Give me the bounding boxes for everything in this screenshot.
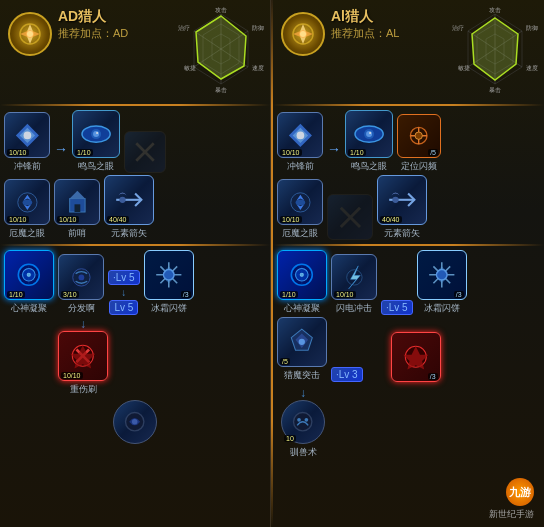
skill-row-bot1-al: 1/10 心神凝聚 10/10 闪电冲击 ·Lv 5 <box>273 250 544 315</box>
skill-name-dist-ad: 分发啊 <box>58 302 104 315</box>
svg-point-57 <box>366 131 372 137</box>
skill-name-ice-ad: 冰霜闪饼 <box>144 302 194 315</box>
skill-lv-dist-ad: 3/10 <box>61 291 79 298</box>
skill-focus-al[interactable]: 1/10 <box>277 250 327 300</box>
skill-cell-elem-ad: 40/40 元素箭矢 <box>104 175 154 240</box>
skill-circle-ad[interactable] <box>113 400 157 444</box>
svg-point-64 <box>295 199 305 205</box>
skill-cell-charge-al: 10/10 冲锋前 <box>277 112 323 173</box>
skill-lv-outpost-ad: 10/10 <box>57 216 79 223</box>
skill-name-demon-al: 厄魔之眼 <box>277 227 323 240</box>
divider-1-al <box>273 104 544 106</box>
svg-text:暴击: 暴击 <box>215 87 227 93</box>
skill-lv-eye-al: 1/10 <box>348 149 366 156</box>
arrow-2: → <box>327 141 341 157</box>
skill-cell-thunder-al: 10/10 闪电冲击 <box>331 254 377 315</box>
panel-header-ad: AD猎人 推荐加点：AD 攻击 防御 <box>0 0 270 100</box>
svg-point-25 <box>22 199 32 205</box>
skill-demon-eye-ad[interactable]: 10/10 <box>4 179 50 225</box>
skill-disabled-al <box>327 194 373 240</box>
skill-wound-ad[interactable]: 10/10 <box>58 331 108 381</box>
arrow-down-1: ↓ <box>121 287 126 298</box>
skill-lv-ice-al: /3 <box>454 291 464 298</box>
skill-name-outpost-ad: 前哨 <box>54 227 100 240</box>
skill-demon-eye-al[interactable]: 10/10 <box>277 179 323 225</box>
skill-cell-demon-ad: 10/10 厄魔之眼 <box>4 179 50 240</box>
skill-cell-focus-al: 1/10 心神凝聚 <box>277 250 327 315</box>
skill-cell-2: 1/10 鸣鸟之眼 <box>72 110 120 173</box>
svg-point-60 <box>415 132 422 139</box>
skill-lv-wound-ad: 10/10 <box>61 372 83 379</box>
skill-name-eye-al: 鸣鸟之眼 <box>345 160 393 173</box>
svg-point-38 <box>132 419 138 425</box>
skill-row-bot3-al: ↓ 10 驯兽术 <box>273 386 544 459</box>
skill-cell-elem-al: 40/40 元素箭矢 <box>377 175 427 240</box>
skill-dist-ad[interactable]: 3/10 <box>58 254 104 300</box>
skill-lv-red-al: /3 <box>428 373 438 380</box>
svg-text:防御: 防御 <box>526 25 538 31</box>
skill-name-focus-ad: 心神凝聚 <box>4 302 54 315</box>
skill-name-hunt-al: 猎魔突击 <box>277 369 327 382</box>
skill-focus-ad[interactable]: 1/10 <box>4 250 54 300</box>
skill-elem-arrow-al[interactable]: 40/40 <box>377 175 427 225</box>
logo-area: 九游 新世纪手游 <box>489 478 534 521</box>
skill-name-focus-al: 心神凝聚 <box>277 302 327 315</box>
skill-charge-ad[interactable]: 10/10 <box>4 112 50 158</box>
svg-text:速度: 速度 <box>252 64 264 71</box>
radar-al: 攻击 防御 速度 暴击 敏捷 治疗 <box>450 4 540 94</box>
skill-name-elem-al: 元素箭矢 <box>377 227 427 240</box>
skill-disabled-1-ad <box>124 131 166 173</box>
skill-thunder-al[interactable]: 10/10 <box>331 254 377 300</box>
skill-row-mid-ad: 10/10 厄魔之眼 10/10 前哨 <box>0 175 270 240</box>
skill-lv-beast-al: 10 <box>284 435 296 442</box>
skill-eye-al[interactable]: 1/10 <box>345 110 393 158</box>
skill-lv-charge-ad: 10/10 <box>7 149 29 156</box>
skill-cell-wound-ad: ↓ 10/10 重伤刷 <box>58 317 108 396</box>
svg-point-67 <box>393 197 399 203</box>
svg-text:速度: 速度 <box>526 64 538 71</box>
skill-charge-al[interactable]: 10/10 <box>277 112 323 158</box>
skill-name-wound-ad: 重伤刷 <box>58 383 108 396</box>
svg-point-76 <box>297 418 301 422</box>
skill-row-bot2-al: /5 猎魔突击 ·Lv 3 /3 <box>273 317 544 382</box>
arrow-down-2: ↓ <box>80 317 86 331</box>
svg-point-77 <box>305 418 309 422</box>
skill-elem-arrow-ad[interactable]: 40/40 <box>104 175 154 225</box>
skill-outpost-ad[interactable]: 10/10 <box>54 179 100 225</box>
skill-row-bot2-ad: ↓ 10/10 重伤刷 <box>0 317 270 396</box>
skill-ice-ad[interactable]: /3 <box>144 250 194 300</box>
skill-name-charge-ad: 冲锋前 <box>4 160 50 173</box>
skill-cell-eye-al: 1/10 鸣鸟之眼 <box>345 110 393 173</box>
skill-eye-ad[interactable]: 1/10 <box>72 110 120 158</box>
skill-hunt-al[interactable]: /5 <box>277 317 327 367</box>
svg-point-1 <box>27 31 33 37</box>
svg-text:敏捷: 敏捷 <box>458 65 470 71</box>
class-icon-ad <box>8 12 52 56</box>
svg-point-54 <box>296 131 304 139</box>
skill-name-ice-al: 冰霜闪饼 <box>417 302 467 315</box>
class-icon-al <box>281 12 325 56</box>
panel-al: Al猎人 推荐加点：AL 攻击 防御 速度 暴击 <box>273 0 544 527</box>
panel-header-al: Al猎人 推荐加点：AL 攻击 防御 速度 暴击 <box>273 0 544 100</box>
skill-cell-focus-ad: 1/10 心神凝聚 <box>4 250 54 315</box>
skill-row-top-al: 10/10 冲锋前 → 1/10 鸣鸟之眼 <box>273 110 544 173</box>
skill-locate-al[interactable]: /5 <box>397 114 441 158</box>
arrow-down-beast: ↓ <box>300 386 306 400</box>
skill-lv-focus-ad: 1/10 <box>7 291 25 298</box>
watermark-text: 新世纪手游 <box>489 508 534 521</box>
skill-lv-ice-ad: /3 <box>181 291 191 298</box>
skill-name-thunder-al: 闪电冲击 <box>331 302 377 315</box>
svg-text:治疗: 治疗 <box>178 25 190 31</box>
svg-point-40 <box>300 31 306 37</box>
divider-2-al <box>273 244 544 246</box>
svg-text:暴击: 暴击 <box>489 87 501 93</box>
skill-red-al[interactable]: /3 <box>391 332 441 382</box>
divider-2-ad <box>0 244 270 246</box>
svg-point-34 <box>78 274 84 280</box>
skill-row-top-ad: 10/10 冲锋前 → 1/10 鸣鸟之眼 <box>0 110 270 173</box>
skill-beast-al[interactable]: 10 <box>281 400 325 444</box>
svg-text:防御: 防御 <box>252 25 264 31</box>
skill-cell-3 <box>124 131 166 173</box>
skill-ice-al[interactable]: /3 <box>417 250 467 300</box>
svg-text:敏捷: 敏捷 <box>184 65 196 71</box>
